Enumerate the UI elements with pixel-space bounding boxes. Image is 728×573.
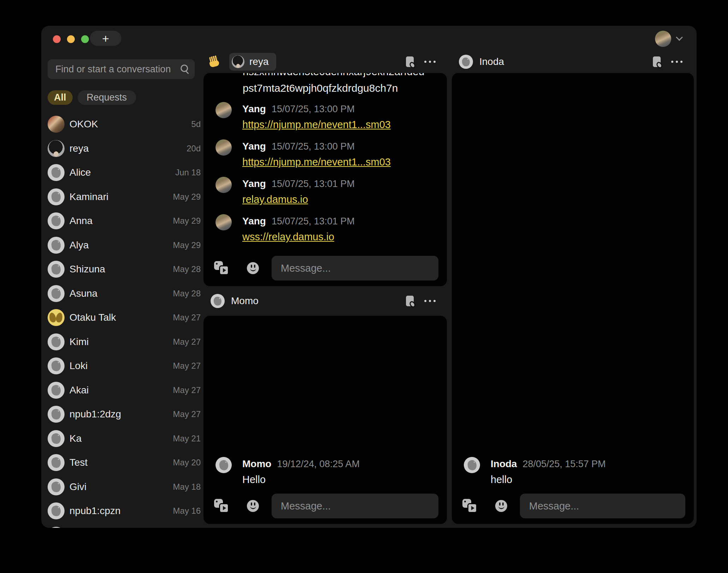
note-icon[interactable] xyxy=(406,56,414,67)
conversation-list-item[interactable]: Alice Jun 18 xyxy=(48,161,202,185)
conversation-list-item[interactable]: Givi May 18 xyxy=(48,475,202,499)
conversation-list-item[interactable]: Kaminari May 29 xyxy=(48,185,202,209)
emoji-picker-icon[interactable] xyxy=(247,262,259,274)
conversation-list-item[interactable] xyxy=(48,523,202,528)
conversation-list-item[interactable]: Asuna May 28 xyxy=(48,282,202,306)
chat-avatar xyxy=(211,294,225,308)
more-options-icon[interactable] xyxy=(671,61,682,63)
conversation-name: Anna xyxy=(69,215,92,227)
bird-icon xyxy=(51,167,61,178)
message-link[interactable]: relay.damus.io xyxy=(242,192,355,207)
account-menu[interactable] xyxy=(655,31,682,47)
more-options-icon[interactable] xyxy=(424,300,436,302)
conversation-list-item[interactable]: Test May 20 xyxy=(48,451,202,475)
conversation-list: OKOK 5d reya 20d Alice Jun 18 Kaminari M… xyxy=(48,112,202,528)
conversation-name: Alya xyxy=(69,240,89,251)
message-link[interactable]: https://njump.me/nevent1...sm03 xyxy=(242,154,391,170)
message-author: Momo xyxy=(242,457,271,471)
conversation-name: Ka xyxy=(69,433,81,444)
conversation-list-item[interactable]: Ka May 21 xyxy=(48,427,202,451)
message-header: Yang 15/07/25, 13:00 PM xyxy=(242,102,391,116)
message-body: Yang 15/07/25, 13:01 PM relay.damus.io xyxy=(242,177,355,207)
chat-panel-inoda: Inoda 28/05/25, 15:57 PM hello xyxy=(452,73,694,524)
close-window-button[interactable] xyxy=(53,35,61,43)
conversation-name: Shizuna xyxy=(69,264,105,275)
message-link[interactable]: https://njump.me/nevent1...sm03 xyxy=(242,117,391,132)
emoji-picker-icon[interactable] xyxy=(495,500,507,512)
conversation-name: npub1:cpzn xyxy=(69,505,121,517)
conversation-date: May 27 xyxy=(173,313,201,322)
conversation-date: May 27 xyxy=(173,361,201,371)
message-author-avatar xyxy=(216,139,232,156)
filter-tabs: All Requests xyxy=(48,90,136,105)
bird-icon xyxy=(51,360,61,372)
conversation-name: Alice xyxy=(69,167,91,178)
conversation-date: May 27 xyxy=(173,337,201,347)
media-attach-icon[interactable] xyxy=(214,261,229,275)
conversation-name: OKOK xyxy=(69,119,98,130)
new-chat-button[interactable]: + xyxy=(90,31,121,46)
message-link[interactable]: wss://relay.damus.io xyxy=(242,229,355,245)
message-header: Inoda 28/05/25, 15:57 PM xyxy=(491,457,606,471)
chat-title: Momo xyxy=(231,295,259,307)
media-attach-icon[interactable] xyxy=(214,499,229,513)
conversation-date: May 28 xyxy=(173,289,201,298)
search-icon xyxy=(181,65,190,74)
conversation-avatar xyxy=(48,430,65,447)
conversation-avatar xyxy=(48,382,65,399)
conversation-list-item[interactable]: Alya May 29 xyxy=(48,233,202,258)
conversation-list-item[interactable]: Kimi May 27 xyxy=(48,330,202,354)
message-body: Yang 15/07/25, 13:00 PM https://njump.me… xyxy=(242,139,391,170)
note-icon[interactable] xyxy=(653,56,661,67)
message: Yang 15/07/25, 13:00 PM https://njump.me… xyxy=(216,102,438,132)
app-window: + All Requests OKOK 5d reya 20d Alice Ju… xyxy=(41,26,697,528)
conversation-avatar xyxy=(48,454,65,471)
more-options-icon[interactable] xyxy=(424,61,436,63)
conversation-list-item[interactable]: Otaku Talk May 27 xyxy=(48,306,202,330)
chevron-down-icon[interactable] xyxy=(676,34,683,41)
chat-avatar xyxy=(232,55,244,68)
tab-all[interactable]: All xyxy=(48,90,73,105)
message-timestamp: 15/07/25, 13:01 PM xyxy=(272,177,355,191)
emoji-picker-icon[interactable] xyxy=(247,500,259,512)
bird-icon xyxy=(51,191,61,203)
note-icon[interactable] xyxy=(406,296,414,306)
message-body: Momo 19/12/24, 08:25 AM Hello xyxy=(242,457,360,487)
conversation-date: May 27 xyxy=(173,385,201,395)
message-list: Yang 15/07/25, 13:00 PM https://njump.me… xyxy=(212,102,438,245)
conversation-name: Asuna xyxy=(69,288,97,299)
message-input[interactable] xyxy=(272,494,438,518)
message-timestamp: 15/07/25, 13:00 PM xyxy=(272,102,355,116)
conversation-name: Kaminari xyxy=(69,191,108,203)
conversation-avatar xyxy=(48,116,65,133)
message-list: Momo 19/12/24, 08:25 AM Hello xyxy=(212,457,438,487)
message-input[interactable] xyxy=(520,494,685,518)
conversation-list-item[interactable]: npub1:cpzn May 16 xyxy=(48,499,202,523)
search-input[interactable] xyxy=(48,59,195,79)
conversation-list-item[interactable]: Akai May 27 xyxy=(48,378,202,403)
conversation-date: May 29 xyxy=(173,216,201,226)
chat-panel-momo: Momo 19/12/24, 08:25 AM Hello xyxy=(204,316,447,524)
account-avatar[interactable] xyxy=(655,31,671,47)
message-input[interactable] xyxy=(272,256,438,281)
bird-icon xyxy=(51,457,61,468)
bird-icon xyxy=(213,296,222,306)
conversation-name: npub1:2dzg xyxy=(69,409,121,420)
media-attach-icon[interactable] xyxy=(462,499,477,513)
message-body: Yang 15/07/25, 13:00 PM https://njump.me… xyxy=(242,102,391,132)
chat-title-pill[interactable]: reya xyxy=(229,53,276,71)
conversation-list-item[interactable]: Anna May 29 xyxy=(48,209,202,233)
tab-requests[interactable]: Requests xyxy=(78,90,136,105)
minimize-window-button[interactable] xyxy=(67,35,75,43)
message-body: Inoda 28/05/25, 15:57 PM hello xyxy=(491,457,606,487)
conversation-name: reya xyxy=(69,143,89,154)
conversation-list-item[interactable]: OKOK 5d xyxy=(48,112,202,137)
message-timestamp: 28/05/25, 15:57 PM xyxy=(523,457,606,471)
conversation-list-item[interactable]: Loki May 27 xyxy=(48,354,202,378)
conversation-list-item[interactable]: npub1:2dzg May 27 xyxy=(48,402,202,427)
conversation-list-item[interactable]: reya 20d xyxy=(48,137,202,161)
conversation-list-item[interactable]: Shizuna May 28 xyxy=(48,257,202,282)
header-actions xyxy=(653,56,694,67)
maximize-window-button[interactable] xyxy=(81,35,89,43)
conversation-date: Jun 18 xyxy=(175,168,201,177)
